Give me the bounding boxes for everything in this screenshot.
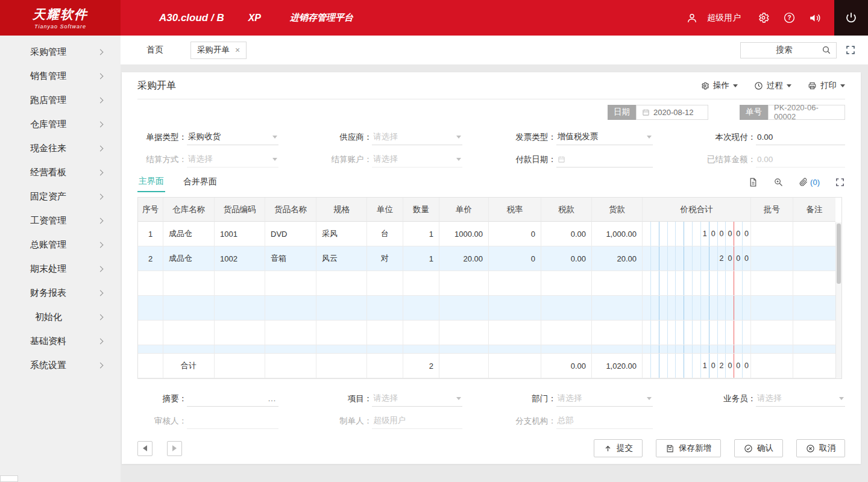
process-dropdown[interactable]: 过程 <box>754 80 791 91</box>
current-user-name[interactable]: 超级用户 <box>707 13 741 23</box>
table-cell[interactable] <box>793 271 835 296</box>
invoice-type-select[interactable]: 增值税发票 <box>556 129 653 145</box>
department-select[interactable]: 请选择 <box>556 390 653 407</box>
table-cell[interactable] <box>367 345 403 354</box>
table-cell[interactable]: 成品仓 <box>163 246 215 271</box>
table-cell[interactable] <box>489 271 541 296</box>
scrollbar-thumb[interactable] <box>837 224 841 284</box>
table-cell[interactable]: 1 <box>138 222 163 246</box>
tab-home[interactable]: 首页 <box>146 45 163 55</box>
table-cell[interactable] <box>265 321 316 345</box>
sidebar-item[interactable]: 经营看板 <box>0 160 121 184</box>
submit-button[interactable]: 提交 <box>594 439 643 457</box>
table-cell[interactable] <box>403 321 439 345</box>
table-cell[interactable] <box>138 321 163 345</box>
table-cell[interactable] <box>489 296 541 321</box>
table-cell[interactable] <box>163 345 215 354</box>
table-cell[interactable] <box>751 296 793 321</box>
vertical-scrollbar[interactable] <box>835 222 841 378</box>
prev-record-button[interactable] <box>137 441 153 456</box>
brand-logo[interactable]: 天耀软件 Tianyao Software <box>0 0 121 36</box>
table-cell[interactable] <box>439 321 489 345</box>
table-cell[interactable] <box>793 296 835 321</box>
table-cell[interactable]: 1001 <box>215 222 265 246</box>
table-cell[interactable]: 20.00 <box>592 246 643 271</box>
table-cell[interactable] <box>592 321 643 345</box>
table-cell[interactable]: 1 <box>403 246 439 271</box>
fullscreen-icon[interactable] <box>845 45 856 55</box>
sidebar-item[interactable]: 财务报表 <box>0 281 121 305</box>
table-cell[interactable] <box>489 321 541 345</box>
table-cell[interactable] <box>541 271 592 296</box>
date-input[interactable]: 2020-08-12 <box>636 105 708 120</box>
attachment-button[interactable]: (0) <box>799 177 820 187</box>
table-cell[interactable] <box>751 345 793 354</box>
table-cell[interactable] <box>403 345 439 354</box>
tab-main-view[interactable]: 主界面 <box>137 172 165 192</box>
table-cell[interactable] <box>751 222 793 246</box>
supplier-select[interactable]: 请选择 <box>372 129 462 145</box>
table-cell[interactable]: 成品仓 <box>163 222 215 246</box>
table-cell[interactable]: 采风 <box>316 222 367 246</box>
pay-date-input[interactable] <box>556 151 653 167</box>
table-cell[interactable] <box>541 321 592 345</box>
sidebar-item[interactable]: 期末处理 <box>0 257 121 281</box>
operate-dropdown[interactable]: 操作 <box>700 80 738 91</box>
summary-more-button[interactable]: … <box>266 393 277 403</box>
table-cell[interactable]: 1 <box>403 222 439 246</box>
table-cell[interactable] <box>793 246 835 271</box>
salesman-select[interactable]: 请选择 <box>756 390 845 407</box>
table-cell[interactable] <box>403 296 439 321</box>
grid-fullscreen-icon[interactable] <box>835 177 845 187</box>
table-cell[interactable] <box>215 321 265 345</box>
amount-grid-cell[interactable] <box>643 321 751 345</box>
sidebar-item[interactable]: 固定资产 <box>0 184 121 208</box>
table-cell[interactable]: 0 <box>489 246 541 271</box>
tab-close-icon[interactable]: × <box>235 46 240 54</box>
table-cell[interactable] <box>163 271 215 296</box>
user-icon[interactable] <box>685 11 699 25</box>
power-logout-button[interactable] <box>834 0 868 36</box>
table-cell[interactable] <box>265 271 316 296</box>
save-new-button[interactable]: 保存新增 <box>656 439 721 457</box>
goods-lookup-icon[interactable] <box>773 177 784 187</box>
summary-input[interactable]: … <box>187 390 278 407</box>
sidebar-item[interactable]: 采购管理 <box>0 40 121 64</box>
table-cell[interactable] <box>751 321 793 345</box>
sidebar-item[interactable]: 系统设置 <box>0 353 121 377</box>
cancel-button[interactable]: 取消 <box>796 439 845 457</box>
sidebar-item[interactable]: 工资管理 <box>0 208 121 233</box>
sidebar-item[interactable]: 跑店管理 <box>0 88 121 112</box>
table-cell[interactable] <box>316 321 367 345</box>
table-cell[interactable]: 风云 <box>316 246 367 271</box>
tab-purchase-order[interactable]: 采购开单 × <box>190 42 247 59</box>
amount-grid-cell[interactable]: 2000 <box>643 246 751 271</box>
sidebar-item[interactable]: 现金往来 <box>0 136 121 160</box>
table-cell[interactable] <box>163 321 215 345</box>
settle-account-select[interactable]: 请选择 <box>372 151 462 167</box>
table-cell[interactable] <box>592 345 643 354</box>
table-cell[interactable] <box>316 345 367 354</box>
table-cell[interactable]: 1000.00 <box>439 222 489 246</box>
table-cell[interactable] <box>215 345 265 354</box>
table-cell[interactable]: 台 <box>367 222 403 246</box>
table-cell[interactable] <box>489 345 541 354</box>
sidebar-item[interactable]: 销售管理 <box>0 64 121 88</box>
next-record-button[interactable] <box>167 441 182 456</box>
table-cell[interactable] <box>793 345 835 354</box>
table-cell[interactable]: 20.00 <box>439 246 489 271</box>
amount-grid-cell[interactable] <box>643 345 751 354</box>
branch-input[interactable]: 总部 <box>556 413 653 429</box>
settle-method-select[interactable]: 请选择 <box>187 151 278 167</box>
table-cell[interactable] <box>316 296 367 321</box>
table-cell[interactable] <box>138 271 163 296</box>
table-cell[interactable] <box>215 296 265 321</box>
table-cell[interactable] <box>439 296 489 321</box>
table-cell[interactable] <box>751 246 793 271</box>
settings-gear-icon[interactable] <box>756 11 770 25</box>
table-cell[interactable] <box>316 271 367 296</box>
sidebar-item[interactable]: 初始化 <box>0 305 121 329</box>
table-cell[interactable] <box>541 345 592 354</box>
table-cell[interactable] <box>439 271 489 296</box>
table-cell[interactable] <box>541 296 592 321</box>
